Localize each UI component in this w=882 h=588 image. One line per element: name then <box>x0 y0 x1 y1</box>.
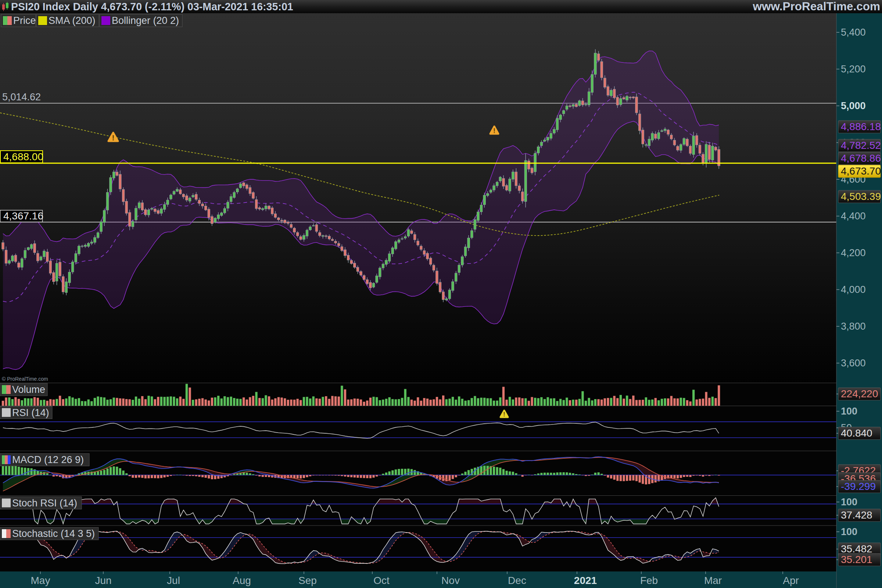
svg-text:-39.299: -39.299 <box>841 481 876 492</box>
svg-text:www.ProRealTime.com: www.ProRealTime.com <box>752 0 880 13</box>
svg-text:4,400: 4,400 <box>841 211 866 222</box>
svg-text:5,000: 5,000 <box>841 100 866 111</box>
svg-text:Volume: Volume <box>12 384 45 395</box>
svg-text:Aug: Aug <box>232 575 251 586</box>
svg-text:2021: 2021 <box>574 575 597 586</box>
svg-text:Feb: Feb <box>640 575 658 586</box>
svg-text:Nov: Nov <box>441 575 460 586</box>
svg-text:Dec: Dec <box>508 575 526 586</box>
svg-text:Stoch RSI (14): Stoch RSI (14) <box>12 498 77 508</box>
svg-text:4,367.16: 4,367.16 <box>3 210 44 222</box>
svg-text:4,782.52: 4,782.52 <box>841 140 881 151</box>
svg-text:PSI20 Index Daily 4,673.70 (-2: PSI20 Index Daily 4,673.70 (-2.11%) 03-M… <box>11 1 293 12</box>
svg-text:Jun: Jun <box>95 575 111 586</box>
svg-text:224,220: 224,220 <box>841 388 878 399</box>
svg-text:4,886.18: 4,886.18 <box>841 121 881 132</box>
svg-text:100: 100 <box>841 526 857 537</box>
svg-text:40.840: 40.840 <box>841 428 873 439</box>
svg-text:!: ! <box>503 411 505 417</box>
svg-text:35.201: 35.201 <box>841 554 873 565</box>
svg-text:4,503.39: 4,503.39 <box>841 191 881 202</box>
svg-text:Apr: Apr <box>783 575 799 586</box>
svg-text:SMA (200): SMA (200) <box>48 15 96 26</box>
svg-text:3,800: 3,800 <box>841 321 866 332</box>
svg-text:4,678.86: 4,678.86 <box>841 153 881 164</box>
svg-text:4,200: 4,200 <box>841 248 866 258</box>
svg-text:4,673.70: 4,673.70 <box>841 165 881 177</box>
svg-text:© ProRealTime.com: © ProRealTime.com <box>2 376 48 382</box>
svg-text:!: ! <box>112 134 115 142</box>
svg-text:Stochastic (14 3 5): Stochastic (14 3 5) <box>12 528 95 539</box>
svg-text:Price: Price <box>13 15 36 26</box>
svg-text:100: 100 <box>841 406 857 417</box>
svg-text:Bollinger (20 2): Bollinger (20 2) <box>112 15 179 26</box>
svg-text:Oct: Oct <box>374 575 390 586</box>
svg-text:5,014.62: 5,014.62 <box>2 92 41 102</box>
svg-text:3,600: 3,600 <box>841 358 866 369</box>
svg-text:May: May <box>31 575 50 586</box>
svg-text:5,200: 5,200 <box>841 64 866 75</box>
svg-text:4,000: 4,000 <box>841 284 866 295</box>
svg-text:100: 100 <box>841 496 857 507</box>
svg-text:Mar: Mar <box>704 575 722 586</box>
svg-text:Sep: Sep <box>298 575 317 586</box>
svg-text:RSI (14): RSI (14) <box>12 407 49 418</box>
svg-text:Jul: Jul <box>167 575 180 586</box>
svg-text:4,688.00: 4,688.00 <box>3 151 44 162</box>
svg-text:35.482: 35.482 <box>841 543 873 555</box>
svg-text:!: ! <box>493 127 495 135</box>
svg-text:MACD (12 26 9): MACD (12 26 9) <box>12 454 84 465</box>
svg-text:37.428: 37.428 <box>841 509 873 521</box>
svg-text:5,400: 5,400 <box>841 27 866 38</box>
